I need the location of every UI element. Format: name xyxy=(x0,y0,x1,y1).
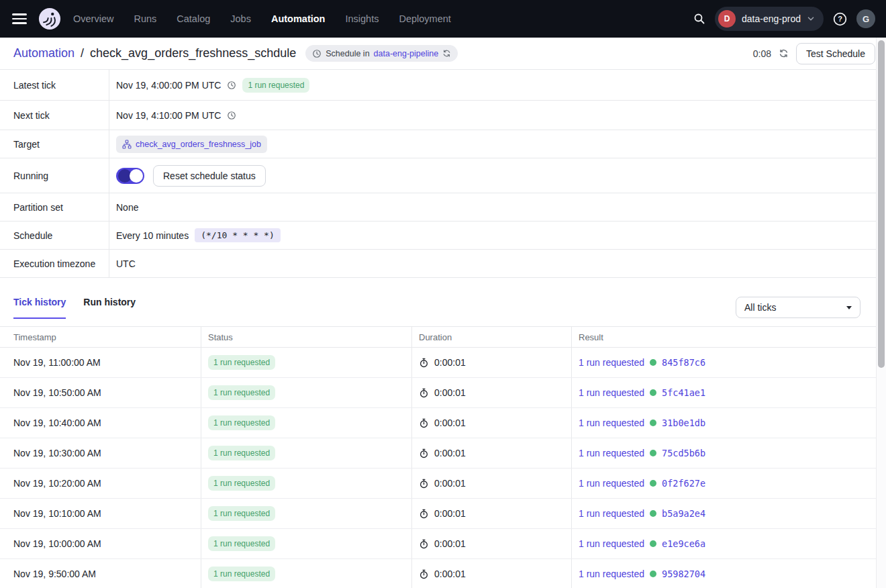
schedule-description: Every 10 minutes xyxy=(116,230,189,241)
history-tabs-row: Tick history Run history All ticks xyxy=(0,278,886,320)
running-toggle[interactable] xyxy=(116,168,144,184)
user-avatar[interactable]: G xyxy=(856,9,875,28)
run-id-link[interactable]: 31b0e1db xyxy=(662,418,705,428)
latest-tick-value: Nov 19, 4:00:00 PM UTC xyxy=(116,80,221,91)
run-id-link[interactable]: 5fc41ae1 xyxy=(662,387,705,398)
run-status-dot-icon xyxy=(650,540,656,547)
tick-duration: 0:00:01 xyxy=(434,478,466,489)
table-row: Nov 19, 11:00:00 AM 1 run requested 0:00… xyxy=(0,348,876,378)
tick-duration: 0:00:01 xyxy=(434,448,466,458)
clock-icon xyxy=(312,49,322,58)
run-id-link[interactable]: 95982704 xyxy=(662,569,705,579)
run-id-link[interactable]: 0f2f627e xyxy=(662,478,705,489)
runs-requested-link[interactable]: 1 run requested xyxy=(579,538,644,549)
timezone-value: UTC xyxy=(116,258,136,269)
tick-duration: 0:00:01 xyxy=(434,538,466,549)
run-status-dot-icon xyxy=(650,480,656,487)
help-icon[interactable] xyxy=(833,12,847,26)
dagster-logo-icon xyxy=(38,7,61,30)
run-id-link[interactable]: 845f87c6 xyxy=(662,357,705,368)
clock-icon[interactable] xyxy=(227,81,236,90)
tick-status-badge: 1 run requested xyxy=(208,476,275,491)
repo-link[interactable]: data-eng-pipeline xyxy=(374,49,439,58)
schedule-page: Overview Runs Catalog Jobs Automation In… xyxy=(0,0,886,588)
run-status-dot-icon xyxy=(650,389,656,396)
nav-item-overview[interactable]: Overview xyxy=(73,13,113,24)
property-label: Latest tick xyxy=(0,70,109,100)
tick-timestamp: Nov 19, 10:00:00 AM xyxy=(0,529,201,558)
table-row: Nov 19, 10:20:00 AM 1 run requested 0:00… xyxy=(0,469,876,499)
schedule-properties: Latest tick Nov 19, 4:00:00 PM UTC 1 run… xyxy=(0,70,886,278)
runs-requested-link[interactable]: 1 run requested xyxy=(579,448,644,458)
workspace-badge: D xyxy=(718,10,736,28)
workspace-switcher[interactable]: D data-eng-prod xyxy=(715,7,824,31)
runs-requested-link[interactable]: 1 run requested xyxy=(579,387,644,398)
test-schedule-button[interactable]: Test Schedule xyxy=(796,43,875,64)
breadcrumb-separator: / xyxy=(81,46,84,60)
property-row-latest-tick: Latest tick Nov 19, 4:00:00 PM UTC 1 run… xyxy=(0,70,886,101)
reset-schedule-status-button[interactable]: Reset schedule status xyxy=(153,165,266,187)
tick-timestamp: Nov 19, 10:50:00 AM xyxy=(0,378,201,407)
run-status-dot-icon xyxy=(650,450,656,456)
tick-status-badge: 1 run requested xyxy=(208,355,275,370)
tick-filter-select[interactable]: All ticks xyxy=(736,297,860,318)
refresh-icon[interactable] xyxy=(779,48,789,58)
nav-item-runs[interactable]: Runs xyxy=(134,13,156,24)
tick-status-badge: 1 run requested xyxy=(208,536,275,551)
stopwatch-icon xyxy=(419,509,429,519)
tick-status-badge: 1 run requested xyxy=(208,415,275,430)
nav-item-insights[interactable]: Insights xyxy=(345,13,379,24)
run-status-dot-icon xyxy=(650,510,656,517)
nav-item-jobs[interactable]: Jobs xyxy=(230,13,251,24)
partition-set-value: None xyxy=(116,202,138,213)
job-graph-icon xyxy=(122,140,132,149)
property-row-timezone: Execution timezone UTC xyxy=(0,250,886,278)
tick-status-badge: 1 run requested xyxy=(208,506,275,521)
column-header-result: Result xyxy=(571,327,876,347)
schedule-context-badge: Schedule in data-eng-pipeline xyxy=(305,45,458,62)
tick-timestamp: Nov 19, 10:20:00 AM xyxy=(0,469,201,498)
stopwatch-icon xyxy=(419,479,429,489)
tick-duration: 0:00:01 xyxy=(434,569,466,579)
nav-right-cluster: D data-eng-prod G xyxy=(693,7,875,31)
tick-timestamp: Nov 19, 10:10:00 AM xyxy=(0,499,201,528)
hamburger-menu-icon[interactable] xyxy=(12,13,27,24)
tick-status-badge: 1 run requested xyxy=(208,446,275,460)
tab-run-history[interactable]: Run history xyxy=(83,297,136,319)
runs-requested-link[interactable]: 1 run requested xyxy=(579,569,644,579)
property-row-target: Target check_avg_orders_freshness_job xyxy=(0,130,886,158)
tick-history-table: Timestamp Status Duration Result Nov 19,… xyxy=(0,326,876,588)
cron-expression: (*/10 * * * *) xyxy=(195,228,281,242)
run-id-link[interactable]: e1e9ce6a xyxy=(662,538,705,549)
run-id-link[interactable]: b5a9a2e4 xyxy=(662,508,705,519)
runs-requested-link[interactable]: 1 run requested xyxy=(579,357,644,368)
vertical-scrollbar[interactable] xyxy=(876,38,886,588)
nav-item-deployment[interactable]: Deployment xyxy=(399,13,450,24)
clock-icon[interactable] xyxy=(227,111,236,120)
runs-requested-link[interactable]: 1 run requested xyxy=(579,418,644,428)
runs-requested-link[interactable]: 1 run requested xyxy=(579,478,644,489)
workspace-name: data-eng-prod xyxy=(742,13,801,24)
property-label: Next tick xyxy=(0,101,109,130)
nav-item-catalog[interactable]: Catalog xyxy=(177,13,210,24)
search-icon[interactable] xyxy=(693,13,705,25)
nav-item-automation[interactable]: Automation xyxy=(271,13,326,24)
breadcrumb-automation-link[interactable]: Automation xyxy=(13,46,75,60)
run-status-dot-icon xyxy=(650,420,656,426)
scrollbar-thumb[interactable] xyxy=(878,40,885,368)
column-header-timestamp: Timestamp xyxy=(0,327,201,347)
table-header-row: Timestamp Status Duration Result xyxy=(0,326,876,348)
column-header-status: Status xyxy=(201,327,411,347)
tick-duration: 0:00:01 xyxy=(434,508,466,519)
runs-requested-link[interactable]: 1 run requested xyxy=(579,508,644,519)
tick-filter-value: All ticks xyxy=(744,302,776,313)
header-actions: 0:08 Test Schedule xyxy=(753,43,875,64)
tick-duration: 0:00:01 xyxy=(434,357,466,368)
tab-tick-history[interactable]: Tick history xyxy=(13,297,66,319)
property-row-partition-set: Partition set None xyxy=(0,193,886,222)
table-row: Nov 19, 10:40:00 AM 1 run requested 0:00… xyxy=(0,408,876,438)
target-job-link[interactable]: check_avg_orders_freshness_job xyxy=(136,140,261,149)
sync-icon[interactable] xyxy=(442,49,451,58)
run-id-link[interactable]: 75cd5b6b xyxy=(662,448,705,458)
tick-status-badge: 1 run requested xyxy=(208,385,275,400)
